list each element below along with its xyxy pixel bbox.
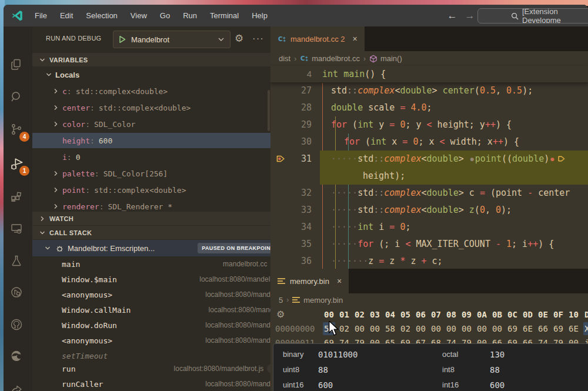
debug-settings-gear-icon[interactable]: ⚙	[235, 33, 243, 45]
activity-remote-explorer-icon[interactable]	[9, 221, 26, 238]
stack-frame[interactable]: <anonymous>localhost:8080/mandelbrot.js	[32, 287, 270, 302]
hex-byte[interactable]: 66	[538, 322, 548, 335]
menu-view[interactable]: View	[125, 9, 152, 22]
start-debug-icon[interactable]	[118, 35, 126, 44]
section-watch[interactable]: WATCH	[32, 212, 270, 225]
activity-edge-browser-icon[interactable]	[9, 349, 26, 366]
stack-frame[interactable]: Window.doRunlocalhost:8080/mandelbrot.js	[32, 318, 270, 333]
menu-edit[interactable]: Edit	[55, 9, 78, 22]
code-line[interactable]: 34·····int i = 0;	[270, 219, 588, 236]
token: double	[427, 153, 459, 164]
hex-byte[interactable]: 00	[477, 322, 487, 335]
tab-memory-bin[interactable]: memory.bin ×	[270, 269, 349, 293]
activity-devtools-icon[interactable]	[9, 285, 26, 302]
scope-locals[interactable]: Locals	[32, 67, 270, 82]
hex-byte[interactable]: 58	[385, 322, 395, 335]
sidebar-scrollbar[interactable]	[268, 90, 270, 131]
code-line[interactable]: 33·····std::complex<double> z(0, 0);	[270, 202, 588, 219]
code-line[interactable]: 28double scale = 4.0;	[270, 99, 588, 116]
inline-breakpoint-icon[interactable]	[557, 155, 566, 163]
variable-row[interactable]: c:std::complex<double>	[32, 83, 270, 99]
token: );	[501, 205, 512, 215]
hex-byte[interactable]: 69	[507, 322, 517, 335]
nav-forward-button[interactable]: →	[462, 8, 477, 23]
views-more-icon[interactable]: ···	[252, 33, 264, 45]
hex-row[interactable]: 00000000580200005802000000000000696E6669…	[270, 322, 588, 335]
breadcrumb-item[interactable]: main()	[369, 54, 402, 63]
code-line[interactable]: 31·····std::complex<double> ●point((doub…	[270, 151, 588, 168]
token: c;	[427, 256, 443, 266]
breadcrumb-item[interactable]: 5	[279, 296, 283, 305]
activity-source-control-icon[interactable]: 4	[9, 122, 26, 139]
activity-extensions-icon[interactable]	[9, 190, 26, 206]
token: ●	[469, 156, 475, 162]
code-line[interactable]: 32·····std::complex<double> c = (point -…	[270, 185, 588, 202]
code-line[interactable]: 27std::complex<double> center(0.5, 0.5);	[270, 82, 588, 99]
sticky-scroll-line[interactable]: 4int main() {	[270, 66, 588, 83]
vscode-logo-icon[interactable]	[12, 10, 24, 21]
close-icon[interactable]: ×	[353, 34, 358, 44]
variable-row[interactable]: height:6000110	[32, 133, 270, 148]
menu-terminal[interactable]: Terminal	[205, 9, 244, 22]
code-line[interactable]: 35·····for (; i < MAX_ITER_COUNT - 1; i+…	[270, 236, 588, 253]
hex-byte[interactable]: 00	[416, 322, 426, 335]
hex-byte[interactable]: 6E	[523, 322, 533, 335]
hex-col-header: 10	[569, 308, 579, 321]
hex-byte[interactable]: 02	[400, 322, 410, 335]
token: >	[459, 188, 464, 198]
code-line[interactable]: 30for (int x = 0; x < width; x++) {	[270, 133, 588, 151]
hex-byte[interactable]: 00	[355, 322, 365, 335]
variable-colon: :	[95, 169, 99, 178]
hex-byte[interactable]: 00	[431, 322, 441, 335]
code-line[interactable]: 36·······z = z * z + c;	[270, 253, 588, 269]
activity-live-share-icon[interactable]	[9, 383, 26, 391]
hex-byte[interactable]: 69	[553, 322, 563, 335]
stack-frame[interactable]: <anonymous>localhost:8080/mandelbrot.js	[32, 333, 270, 348]
hex-byte[interactable]: 00	[370, 322, 380, 335]
hex-settings-gear-icon[interactable]: ⚙	[276, 308, 285, 321]
hex-byte[interactable]: 00	[462, 322, 472, 335]
token: height; y	[432, 119, 485, 130]
stack-frame[interactable]: runlocalhost:8080/mandelbrot.js9622:5	[32, 361, 270, 376]
hex-byte[interactable]: 02	[339, 322, 349, 335]
section-call-stack[interactable]: CALL STACK	[32, 226, 270, 239]
menu-run[interactable]: Run	[178, 9, 202, 22]
paused-breakpoint-icon[interactable]	[276, 154, 286, 163]
hex-byte[interactable]: 6E	[569, 322, 579, 335]
variable-row[interactable]: i:0	[32, 149, 270, 165]
close-icon[interactable]: ×	[337, 276, 342, 286]
hex-file-icon	[278, 278, 286, 285]
stack-frame[interactable]: runCallerlocalhost:8080/mandelbrot.js	[32, 376, 270, 391]
breadcrumb-item[interactable]: memory.bin	[292, 296, 343, 305]
nav-back-button[interactable]: ←	[445, 8, 460, 23]
token: +	[422, 256, 427, 266]
command-search-box[interactable]: [Extension Developme	[477, 8, 588, 24]
activity-github-icon[interactable]	[9, 318, 26, 334]
stack-frame[interactable]: Window.callMainlocalhost:8080/mandelbro.…	[32, 302, 270, 318]
variable-row[interactable]: color:SDL_Color	[32, 116, 270, 132]
breadcrumb-item[interactable]: Cmandelbrot.cc	[300, 54, 360, 63]
activity-search-icon[interactable]	[9, 90, 26, 106]
stack-frame[interactable]: mainmandelbrot.cc31:42	[32, 256, 270, 272]
variable-row[interactable]: center:std::complex<double>	[32, 100, 270, 115]
variable-row[interactable]: point:std::complex<double>	[32, 182, 270, 198]
menu-selection[interactable]: Selection	[81, 9, 122, 22]
code-line[interactable]: height);	[270, 168, 588, 185]
hex-byte[interactable]: 00	[492, 322, 502, 335]
launch-config-dropdown[interactable]: Mandelbrot	[113, 31, 230, 48]
menu-file[interactable]: File	[29, 9, 52, 22]
section-variables[interactable]: VARIABLES	[32, 53, 270, 66]
stack-frame[interactable]: Window.$mainlocalhost:8080/mandelbrot.wa…	[32, 272, 270, 287]
variable-row[interactable]: palette:SDL_Color[256]	[32, 166, 270, 181]
activity-testing-beaker-icon[interactable]	[9, 253, 26, 270]
line-number: 30	[288, 133, 312, 151]
code-line[interactable]: 29for (int y = 0; y < height; y++) {	[270, 116, 588, 133]
tab-mandelbrot-cc[interactable]: C mandelbrot.cc 2 ×	[270, 26, 365, 51]
menu-go[interactable]: Go	[155, 9, 175, 22]
breadcrumb-item[interactable]: dist	[279, 54, 290, 63]
menu-help[interactable]: Help	[246, 9, 273, 22]
activity-run-debug-icon[interactable]: 1	[9, 156, 26, 173]
hex-byte[interactable]: 00	[446, 322, 456, 335]
debug-session-row[interactable]: Mandelbrot: Emscripten...PAUSED ON BREAK…	[32, 240, 270, 256]
activity-files-icon[interactable]	[9, 58, 26, 74]
